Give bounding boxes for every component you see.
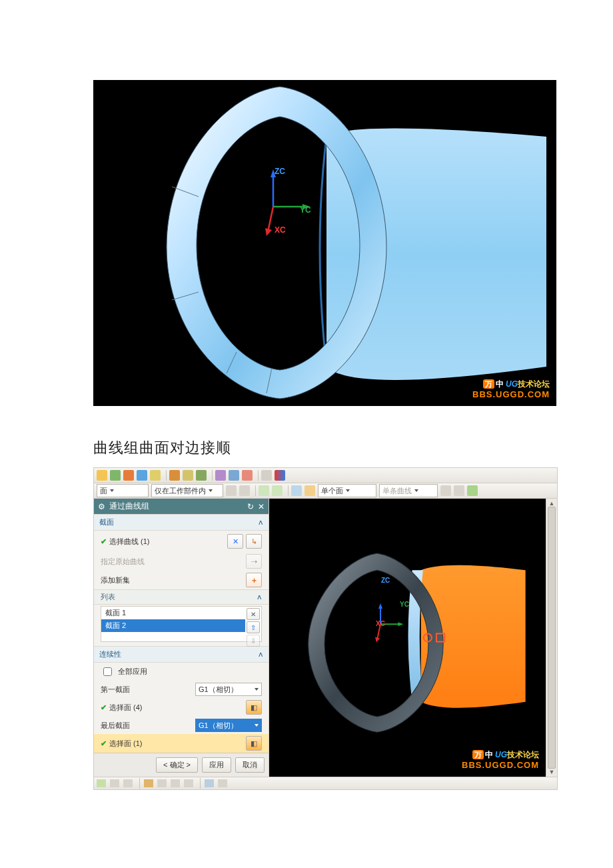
viewport-2[interactable]: ZC YC XC 万中 UG技术论坛 BBS.UGGD.COM [269, 499, 546, 777]
chevron-up-icon: ʌ [259, 650, 263, 659]
tool-icon[interactable] [196, 470, 207, 481]
label: 选择曲线 (1) [109, 537, 150, 545]
dialog-through-curves: ⚙ 通过曲线组 ↻ ✕ 截面 ʌ ✔选择曲线 (1) [94, 499, 269, 777]
curve-icon-button[interactable]: ↳ [246, 534, 262, 549]
last-section-dropdown[interactable]: G1（相切） [195, 719, 262, 732]
list-remove-button[interactable]: ✕ [247, 608, 260, 620]
close-icon[interactable]: ✕ [258, 502, 265, 511]
section-header-continuity[interactable]: 连续性 ʌ [94, 646, 269, 663]
model-render-2 [269, 499, 546, 777]
row-add-new-set: 添加新集 ＋ [94, 571, 269, 589]
tool-icon[interactable] [97, 470, 107, 481]
tool-icon[interactable] [169, 470, 180, 481]
tool-icon[interactable] [171, 779, 180, 787]
first-section-dropdown[interactable]: G1（相切） [195, 683, 262, 696]
tool-icon[interactable] [183, 470, 193, 481]
tool-icon[interactable] [144, 779, 153, 787]
label: 选择面 (1) [109, 739, 143, 747]
filter-type-dropdown[interactable]: 面 [97, 484, 149, 497]
add-set-button[interactable]: ＋ [246, 573, 262, 587]
dropdown-label: 面 [100, 486, 107, 496]
scroll-up-arrow[interactable]: ▲ [549, 500, 555, 507]
caption: 曲线组曲面对边接顺 [93, 438, 613, 458]
tool-icon[interactable] [137, 470, 147, 481]
filter-icon[interactable] [291, 485, 302, 496]
tool-icon[interactable] [110, 779, 119, 787]
dialog-title: 通过曲线组 [109, 501, 149, 512]
svg-marker-11 [378, 603, 382, 609]
label: 第一截面 [101, 685, 195, 695]
tool-icon[interactable] [123, 779, 133, 787]
snap-icon[interactable] [440, 485, 451, 496]
tool-icon[interactable] [205, 779, 214, 787]
filter-icon[interactable] [239, 485, 250, 496]
toolbar-bottom [94, 777, 557, 789]
tool-icon[interactable] [215, 470, 226, 481]
tool-icon[interactable] [218, 779, 227, 787]
filter-icon[interactable] [272, 485, 283, 496]
reverse-direction-button[interactable]: ✕ [227, 534, 243, 549]
scroll-down-arrow[interactable]: ▼ [549, 769, 555, 775]
section-label: 连续性 [99, 649, 121, 659]
tool-icon[interactable] [261, 470, 272, 481]
list-movedown-button[interactable]: ⇩ [247, 635, 260, 647]
watermark: 万中 UG技术论坛 BBS.UGGD.COM [472, 379, 550, 401]
row-select-face-1: ✔选择面 (1) ◧ [94, 734, 269, 753]
axis-label-y: YC [300, 205, 311, 215]
label: 最后截面 [101, 721, 195, 731]
curve-mode-dropdown[interactable]: 单条曲线 [379, 484, 438, 497]
toolbar-main [94, 468, 557, 483]
filter-icon[interactable] [226, 485, 237, 496]
axis-label-y: YC [400, 601, 409, 608]
dropdown-label: 仅在工作部件内 [155, 486, 206, 496]
tool-icon[interactable] [229, 470, 239, 481]
axis-label-x: XC [376, 620, 385, 627]
face-select-button[interactable]: ◧ [246, 736, 262, 751]
tool-icon[interactable] [275, 470, 285, 481]
tool-icon[interactable] [110, 470, 121, 481]
label: 添加新集 [101, 575, 246, 585]
tool-icon[interactable] [242, 470, 253, 481]
section-label: 列表 [101, 592, 115, 602]
chevron-up-icon: ʌ [259, 518, 263, 527]
section-header-list[interactable]: 列表 ʌ [94, 589, 269, 605]
ok-button[interactable]: < 确定 > [156, 757, 198, 773]
apply-all-checkbox[interactable] [103, 667, 112, 676]
filter-icon[interactable] [305, 485, 315, 496]
dialog-titlebar: ⚙ 通过曲线组 ↻ ✕ [94, 499, 269, 514]
section-list[interactable]: 截面 1 截面 2 ✕ ⇧ ⇩ [101, 606, 262, 642]
dialog-scrollbar[interactable]: ▲ ▼ [546, 499, 557, 777]
list-moveup-button[interactable]: ⇧ [247, 621, 260, 633]
apply-button[interactable]: 应用 [202, 757, 231, 773]
dropdown-label: G1（相切） [199, 685, 238, 695]
watermark: 万中 UG技术论坛 BBS.UGGD.COM [462, 750, 539, 771]
nx-app: 面 仅在工作部件内 单个面 单条曲线 [93, 467, 558, 790]
model-render-1 [93, 80, 556, 406]
scroll-thumb[interactable] [548, 507, 556, 769]
snap-icon[interactable] [467, 485, 478, 496]
tool-icon[interactable] [150, 470, 161, 481]
tool-icon[interactable] [157, 779, 167, 787]
snap-icon[interactable] [454, 485, 464, 496]
filter-icon[interactable] [259, 485, 269, 496]
tool-icon[interactable] [184, 779, 193, 787]
dropdown-label: G1（相切） [199, 721, 238, 731]
tool-icon[interactable] [97, 779, 106, 787]
section-label: 截面 [99, 517, 114, 527]
cancel-button[interactable]: 取消 [235, 757, 265, 773]
list-item[interactable]: 截面 2 [101, 619, 245, 632]
section-header-section[interactable]: 截面 ʌ [94, 514, 269, 531]
list-item[interactable]: 截面 1 [101, 607, 245, 619]
scope-dropdown[interactable]: 仅在工作部件内 [151, 484, 223, 497]
tool-icon[interactable] [123, 470, 134, 481]
axis-label-z: ZC [275, 167, 285, 176]
face-mode-dropdown[interactable]: 单个面 [318, 484, 376, 497]
check-icon: ✔ [101, 703, 107, 711]
label: 指定原始曲线 [101, 557, 246, 567]
row-select-curve: ✔选择曲线 (1) ✕ ↳ [94, 531, 269, 552]
reset-icon[interactable]: ↻ [247, 502, 254, 511]
svg-marker-9 [265, 228, 272, 236]
toolbar-selection: 面 仅在工作部件内 单个面 单条曲线 [94, 483, 557, 499]
dropdown-label: 单个面 [321, 486, 343, 496]
face-select-button[interactable]: ◧ [246, 700, 262, 715]
